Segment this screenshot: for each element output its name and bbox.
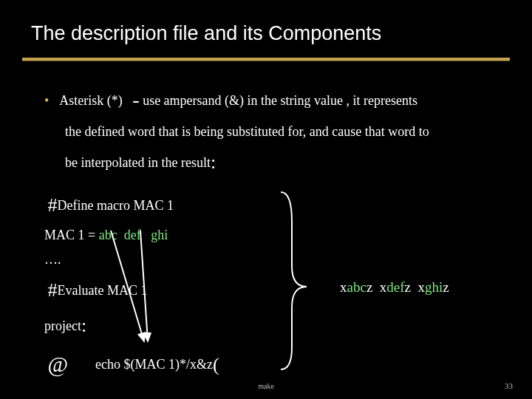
r3-g: ghi [425, 279, 443, 295]
assign-pre: MAC 1 = [44, 228, 99, 242]
r3-x: x [418, 279, 426, 295]
r1-x: x [340, 279, 347, 295]
dots-line: …. [44, 248, 219, 272]
tok-def: def [124, 228, 141, 242]
slide: The description file and its Components … [0, 0, 532, 399]
bullet-line-3: be interpolated in the result [44, 155, 211, 170]
define-text: Define macro MAC 1 [58, 198, 174, 213]
at-sign: @ [48, 344, 92, 385]
bullet-rest-1: use ampersand (&) in the string value , … [143, 93, 417, 108]
r2-z: z [405, 279, 411, 295]
title-underline [22, 58, 510, 61]
code-block: #Define macro MAC 1 MAC 1 = abc def ghi … [44, 188, 219, 384]
bullet-icon: • [44, 93, 59, 108]
r2-x: x [380, 279, 387, 295]
tok-ghi: ghi [151, 228, 168, 242]
evaluate-line: #Evaluate MAC 1 [44, 273, 219, 308]
project-colon: : [81, 315, 86, 336]
bullet-line-2: the defined word that is being substitut… [44, 119, 429, 144]
assign-line: MAC 1 = abc def ghi [44, 223, 219, 248]
project-line: project: [44, 308, 219, 344]
slide-title: The description file and its Components [31, 22, 381, 45]
r2-g: def [386, 279, 404, 295]
footer-center: make [0, 382, 532, 390]
r1-g: abc [347, 279, 366, 295]
project-label: project [44, 318, 81, 333]
echo-paren: ( [213, 354, 219, 375]
echo-line: @ echo $(MAC 1)*/x&z( [44, 344, 219, 385]
r3-z: z [443, 279, 449, 295]
result-text: xabcz xdefz xghiz [340, 279, 449, 296]
evaluate-text: Evaluate MAC 1 [58, 283, 148, 298]
r1-z: z [366, 279, 372, 295]
bullet-lead: Asterisk (*) [59, 93, 122, 108]
define-line: #Define macro MAC 1 [44, 188, 219, 223]
bullet-colon: : [211, 151, 216, 173]
tok-abc: abc [99, 228, 117, 242]
body-text: •Asterisk (*) - use ampersand (&) in the… [44, 80, 502, 181]
hash-evaluate: # [48, 279, 58, 301]
page-number: 33 [505, 381, 513, 390]
hash-define: # [48, 194, 58, 216]
echo-text: echo $(MAC 1)*/x&z [95, 357, 213, 372]
dash: - [132, 88, 139, 111]
